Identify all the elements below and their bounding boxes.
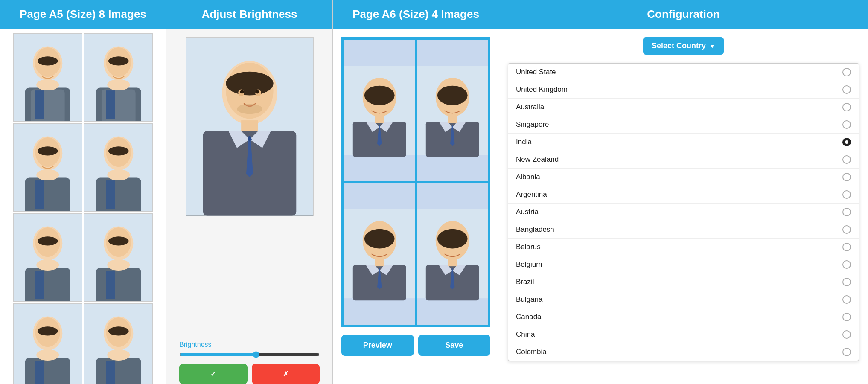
preview-button[interactable]: Preview bbox=[341, 335, 414, 356]
photo-cell bbox=[84, 33, 153, 122]
svg-rect-14 bbox=[106, 90, 115, 119]
svg-rect-55 bbox=[96, 358, 141, 384]
panel-brightness-header: Adjust Brightness bbox=[166, 0, 332, 29]
radio-circle bbox=[842, 243, 851, 251]
svg-point-57 bbox=[108, 326, 128, 335]
photo-cell bbox=[84, 303, 153, 384]
panel-brightness: Adjust Brightness bbox=[166, 0, 333, 384]
radio-circle bbox=[842, 103, 851, 111]
radio-circle bbox=[842, 260, 851, 269]
svg-point-36 bbox=[38, 236, 58, 245]
svg-point-43 bbox=[108, 236, 128, 245]
country-name: Bulgaria bbox=[516, 295, 542, 304]
country-item[interactable]: Albania bbox=[508, 169, 859, 186]
country-name: Australia bbox=[516, 103, 544, 111]
panel-a5: Page A5 (Size) 8 Images bbox=[0, 0, 166, 384]
photo-cell-a6 bbox=[416, 39, 489, 182]
svg-rect-27 bbox=[96, 177, 141, 211]
radio-circle bbox=[842, 68, 851, 76]
brightness-buttons: ✓ ✗ bbox=[175, 360, 324, 384]
svg-rect-21 bbox=[35, 180, 44, 209]
panel-a5-header: Page A5 (Size) 8 Images bbox=[0, 0, 166, 29]
radio-circle bbox=[842, 85, 851, 94]
svg-point-67 bbox=[237, 104, 262, 114]
svg-point-100 bbox=[437, 229, 467, 249]
radio-circle bbox=[842, 278, 851, 286]
country-item[interactable]: India bbox=[508, 134, 859, 151]
svg-point-44 bbox=[107, 259, 130, 271]
country-item[interactable]: Bangladesh bbox=[508, 221, 859, 239]
country-item[interactable]: Colombia bbox=[508, 343, 859, 361]
radio-circle bbox=[842, 313, 851, 321]
svg-rect-5 bbox=[35, 90, 44, 119]
country-item[interactable]: Brazil bbox=[508, 273, 859, 291]
country-name: Argentina bbox=[516, 190, 547, 199]
country-name: Belgium bbox=[516, 260, 542, 269]
svg-rect-20 bbox=[25, 177, 70, 211]
country-item[interactable]: United Kingdom bbox=[508, 81, 859, 99]
panel-brightness-content: Brightness ✓ ✗ bbox=[166, 29, 332, 384]
save-button[interactable]: Save bbox=[418, 335, 491, 356]
country-item[interactable]: Canada bbox=[508, 308, 859, 326]
a6-buttons: Preview Save bbox=[341, 331, 490, 360]
svg-point-51 bbox=[36, 349, 59, 361]
panel-config-content: Select Country ▼ United StateUnited King… bbox=[499, 29, 868, 384]
country-item[interactable]: New Zealand bbox=[508, 151, 859, 169]
country-name: Canada bbox=[516, 313, 542, 321]
confirm-button[interactable]: ✓ bbox=[179, 364, 248, 384]
panel-a6-header: Page A6 (Size) 4 Images bbox=[333, 0, 499, 29]
svg-rect-28 bbox=[106, 180, 115, 209]
svg-rect-35 bbox=[35, 271, 44, 299]
panel-a5-content bbox=[0, 29, 166, 384]
country-item[interactable]: Australia bbox=[508, 99, 859, 116]
svg-rect-97 bbox=[375, 259, 384, 266]
brightness-slider[interactable] bbox=[179, 351, 320, 358]
svg-point-50 bbox=[38, 326, 58, 335]
country-item[interactable]: Belarus bbox=[508, 239, 859, 256]
country-name: China bbox=[516, 330, 535, 339]
svg-point-30 bbox=[107, 169, 130, 181]
svg-point-62 bbox=[226, 72, 273, 96]
large-photo bbox=[186, 37, 314, 216]
country-name: Belarus bbox=[516, 243, 541, 251]
svg-point-76 bbox=[364, 86, 395, 105]
photo-cell bbox=[84, 213, 153, 302]
country-name: New Zealand bbox=[516, 155, 559, 164]
country-item[interactable]: United State bbox=[508, 64, 859, 81]
photo-cell-a6 bbox=[416, 182, 489, 326]
svg-rect-105 bbox=[448, 259, 457, 266]
panel-a6: Page A6 (Size) 4 Images bbox=[333, 0, 499, 384]
cancel-button[interactable]: ✗ bbox=[252, 364, 320, 384]
country-item[interactable]: Singapore bbox=[508, 116, 859, 134]
country-item[interactable]: Bulgaria bbox=[508, 291, 859, 308]
country-name: United State bbox=[516, 68, 556, 76]
radio-circle bbox=[842, 138, 851, 146]
country-name: Singapore bbox=[516, 120, 549, 129]
svg-point-15 bbox=[108, 56, 128, 65]
radio-circle bbox=[842, 173, 851, 181]
panel-a6-content: Preview Save bbox=[333, 29, 499, 384]
radio-circle bbox=[842, 295, 851, 304]
country-name: India bbox=[516, 138, 532, 146]
svg-point-65 bbox=[240, 90, 244, 94]
country-item[interactable]: Belgium bbox=[508, 256, 859, 273]
radio-circle bbox=[842, 120, 851, 129]
country-name: Bangladesh bbox=[516, 225, 554, 234]
radio-circle bbox=[842, 225, 851, 234]
svg-point-8 bbox=[36, 79, 59, 91]
country-name: Austria bbox=[516, 208, 539, 216]
country-name: Colombia bbox=[516, 348, 547, 356]
svg-rect-56 bbox=[106, 361, 115, 384]
country-item[interactable]: Argentina bbox=[508, 186, 859, 204]
svg-point-58 bbox=[107, 349, 130, 361]
radio-circle bbox=[842, 208, 851, 216]
radio-circle bbox=[842, 348, 851, 356]
country-item[interactable]: China bbox=[508, 326, 859, 343]
svg-point-23 bbox=[36, 169, 59, 181]
select-country-button[interactable]: Select Country ▼ bbox=[643, 37, 724, 55]
photo-cell bbox=[13, 213, 82, 302]
country-dropdown: United StateUnited KingdomAustraliaSinga… bbox=[508, 63, 859, 361]
svg-rect-48 bbox=[25, 358, 70, 384]
svg-rect-41 bbox=[96, 268, 141, 302]
country-item[interactable]: Austria bbox=[508, 204, 859, 221]
